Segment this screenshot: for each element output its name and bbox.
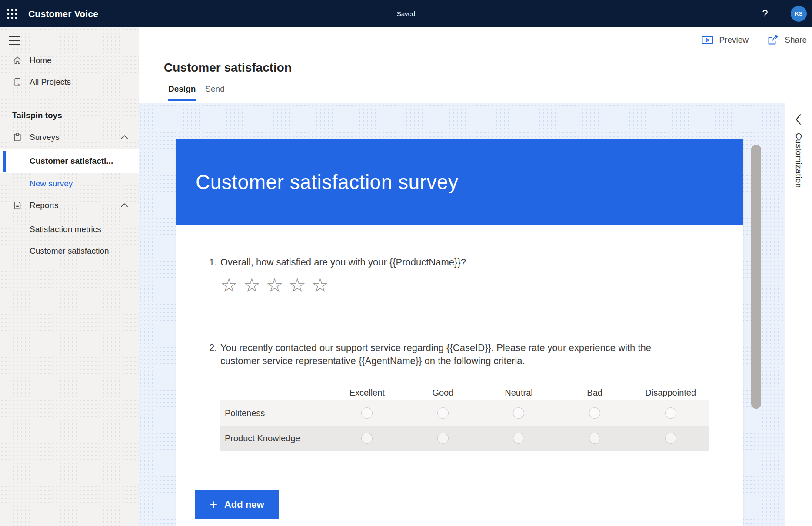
likert-column-header: Disappointed bbox=[632, 388, 709, 398]
preview-button[interactable]: Preview bbox=[702, 27, 749, 53]
question-number: 2. bbox=[209, 341, 220, 367]
customization-panel-title[interactable]: Customization bbox=[794, 133, 803, 188]
sidebar: Home All Projects Tailspin toys Surveys … bbox=[0, 27, 139, 526]
radio-button[interactable] bbox=[437, 407, 449, 419]
question-2[interactable]: 2. You recently contacted our support se… bbox=[209, 341, 713, 367]
star-icon[interactable]: ☆ bbox=[220, 274, 237, 297]
surveys-icon bbox=[12, 132, 23, 142]
radio-button[interactable] bbox=[665, 407, 676, 419]
likert-row-label: Product Knowledge bbox=[220, 433, 329, 443]
home-icon bbox=[12, 55, 23, 66]
tab-bar: Design Send bbox=[168, 84, 225, 101]
likert-column-header: Bad bbox=[557, 388, 633, 398]
question-text: You recently contacted our support servi… bbox=[220, 341, 692, 367]
star-icon[interactable]: ☆ bbox=[289, 274, 306, 297]
survey-banner-title: Customer satisfaction survey bbox=[196, 170, 459, 194]
app-title: Customer Voice bbox=[28, 9, 98, 19]
survey-card: Customer satisfaction survey 1. Overall,… bbox=[176, 139, 743, 526]
likert-row-politeness: Politeness bbox=[220, 400, 709, 426]
star-icon[interactable]: ☆ bbox=[266, 274, 283, 297]
star-icon[interactable]: ☆ bbox=[243, 274, 260, 297]
reports-icon bbox=[12, 200, 23, 211]
chevron-up-icon[interactable] bbox=[119, 132, 130, 143]
sidebar-item-label: Satisfaction metrics bbox=[30, 225, 101, 234]
question-number: 1. bbox=[209, 256, 220, 269]
customization-panel-collapsed: Customization bbox=[785, 103, 812, 526]
sidebar-item-label: Customer satisfacti... bbox=[30, 156, 113, 166]
tab-send[interactable]: Send bbox=[205, 84, 224, 101]
add-new-label: Add new bbox=[224, 499, 264, 510]
page-title: Customer satisfaction bbox=[164, 61, 292, 75]
question-text: Overall, how satisfied are you with your… bbox=[220, 256, 466, 269]
sidebar-item-label: Surveys bbox=[30, 132, 60, 142]
avatar-initials: KS bbox=[795, 10, 802, 17]
sidebar-item-all-projects[interactable]: All Projects bbox=[0, 71, 139, 93]
share-button[interactable]: Share bbox=[767, 27, 807, 53]
share-label: Share bbox=[785, 35, 807, 45]
sidebar-item-customer-satisfaction-report[interactable]: Customer satisfaction bbox=[0, 240, 139, 262]
preview-label: Preview bbox=[719, 35, 749, 45]
radio-button[interactable] bbox=[437, 433, 449, 444]
radio-button[interactable] bbox=[513, 407, 524, 419]
likert-row-label: Politeness bbox=[220, 408, 329, 418]
radio-button[interactable] bbox=[361, 407, 373, 419]
top-app-bar: Customer Voice Saved ? KS bbox=[0, 0, 812, 27]
toolbar: Preview Share bbox=[139, 27, 812, 53]
avatar[interactable]: KS bbox=[791, 6, 807, 22]
survey-banner[interactable]: Customer satisfaction survey bbox=[176, 139, 743, 225]
radio-button[interactable] bbox=[589, 433, 600, 444]
scrollbar-thumb[interactable] bbox=[751, 145, 761, 409]
sidebar-item-reports[interactable]: Reports bbox=[0, 195, 139, 216]
chevron-up-icon[interactable] bbox=[119, 200, 130, 211]
tab-design[interactable]: Design bbox=[168, 84, 196, 101]
project-name: Tailspin toys bbox=[12, 105, 62, 126]
star-icon[interactable]: ☆ bbox=[312, 274, 329, 297]
likert-header-row: Excellent Good Neutral Bad Disappointed bbox=[220, 385, 709, 400]
likert-row-product-knowledge: Product Knowledge bbox=[220, 426, 709, 451]
likert-column-header: Good bbox=[405, 388, 481, 398]
sidebar-item-satisfaction-metrics[interactable]: Satisfaction metrics bbox=[0, 218, 139, 240]
radio-button[interactable] bbox=[589, 407, 600, 419]
sidebar-item-label: Home bbox=[30, 56, 52, 65]
selected-accent-bar bbox=[3, 151, 6, 172]
radio-button[interactable] bbox=[513, 433, 524, 444]
sidebar-item-new-survey[interactable]: New survey bbox=[0, 173, 139, 195]
sidebar-item-label: All Projects bbox=[30, 77, 71, 87]
sidebar-toggle-button[interactable] bbox=[9, 33, 26, 48]
sidebar-item-label: Customer satisfaction bbox=[30, 246, 109, 256]
page-header: Customer satisfaction Design Send bbox=[139, 53, 812, 103]
radio-button[interactable] bbox=[665, 433, 676, 444]
sidebar-item-customer-satisfaction-survey[interactable]: Customer satisfacti... bbox=[0, 149, 139, 173]
preview-icon bbox=[702, 35, 713, 45]
add-new-button[interactable]: + Add new bbox=[195, 490, 279, 519]
chevron-left-icon[interactable] bbox=[792, 113, 805, 126]
sidebar-item-label: Reports bbox=[30, 201, 59, 210]
sidebar-item-label: New survey bbox=[30, 179, 73, 189]
sidebar-item-home[interactable]: Home bbox=[0, 50, 139, 71]
sidebar-divider bbox=[0, 101, 139, 101]
save-status: Saved bbox=[397, 10, 416, 17]
waffle-icon bbox=[7, 8, 18, 20]
star-rating: ☆ ☆ ☆ ☆ ☆ bbox=[220, 274, 713, 297]
projects-icon bbox=[12, 77, 23, 87]
plus-icon: + bbox=[210, 498, 217, 511]
likert-column-header: Neutral bbox=[481, 388, 557, 398]
design-canvas: Customer satisfaction survey 1. Overall,… bbox=[139, 103, 785, 526]
likert-column-header: Excellent bbox=[329, 388, 405, 398]
app-launcher-button[interactable] bbox=[0, 0, 24, 27]
question-1[interactable]: 1. Overall, how satisfied are you with y… bbox=[209, 256, 713, 269]
survey-body: 1. Overall, how satisfied are you with y… bbox=[176, 256, 743, 451]
radio-button[interactable] bbox=[361, 433, 373, 444]
help-icon: ? bbox=[762, 8, 768, 20]
likert-table: Excellent Good Neutral Bad Disappointed … bbox=[220, 385, 709, 451]
share-icon bbox=[767, 34, 779, 46]
help-button[interactable]: ? bbox=[755, 0, 775, 27]
sidebar-item-surveys[interactable]: Surveys bbox=[0, 126, 139, 148]
